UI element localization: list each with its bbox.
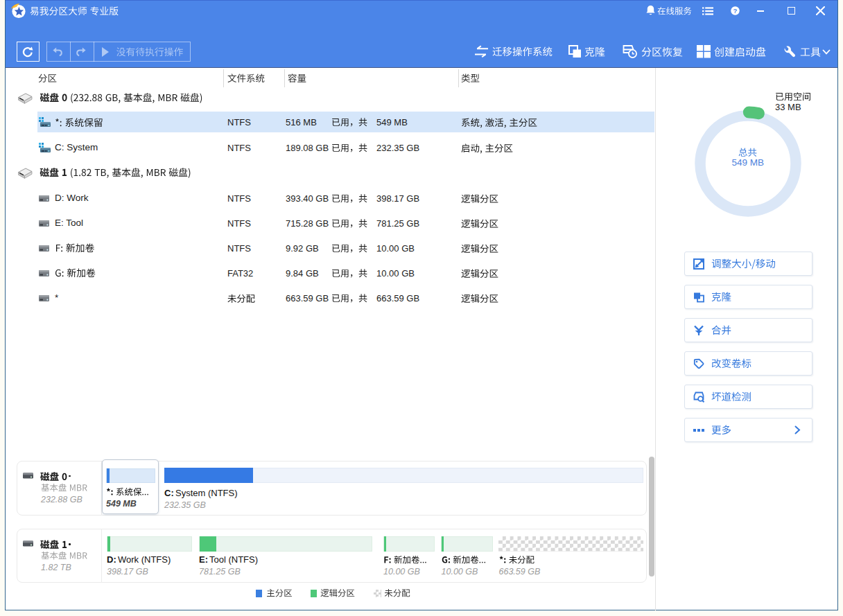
svg-text:?: ?	[733, 7, 738, 15]
